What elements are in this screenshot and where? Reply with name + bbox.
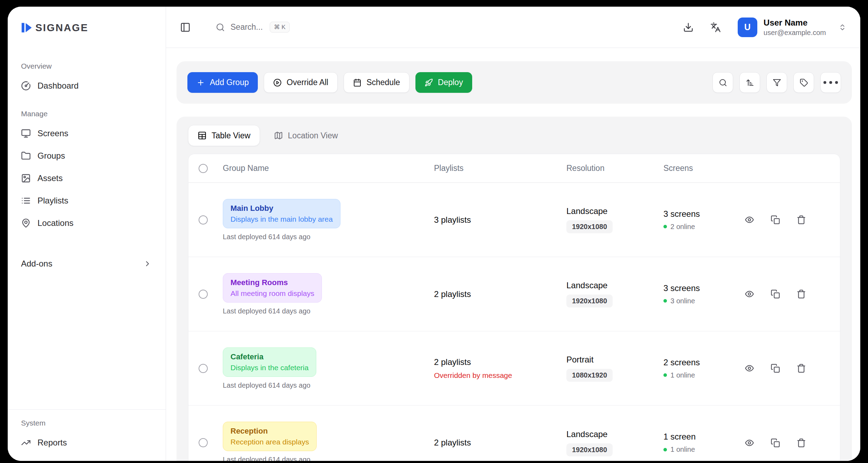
resolution-badge: 1080x1920 (566, 369, 613, 382)
online-status: 2 online (663, 223, 730, 231)
trash-icon (797, 364, 806, 373)
addons-label: Add-ons (21, 259, 52, 269)
row-checkbox[interactable] (199, 364, 208, 373)
sidebar-item-screens[interactable]: Screens (17, 123, 157, 144)
calendar-icon (353, 78, 361, 87)
select-all-checkbox[interactable] (199, 164, 208, 173)
sidebar: SIGNAGE Overview Dashboard Manage Screen… (8, 7, 166, 461)
section-label-system: System (17, 419, 157, 427)
folder-icon (21, 151, 31, 161)
duplicate-button[interactable] (771, 289, 780, 299)
panel-left-icon (180, 22, 191, 33)
sidebar-item-assets[interactable]: Assets (17, 168, 157, 189)
duplicate-button[interactable] (771, 438, 780, 448)
view-button[interactable] (745, 289, 754, 299)
sidebar-item-dashboard[interactable]: Dashboard (17, 75, 157, 96)
group-description: Reception area displays (230, 438, 309, 446)
delete-button[interactable] (797, 215, 806, 224)
add-group-button[interactable]: Add Group (187, 72, 258, 93)
duplicate-button[interactable] (771, 215, 780, 224)
tags-button[interactable] (793, 72, 814, 93)
groups-panel: Table View Location View Group Name Play… (177, 117, 852, 461)
last-deployed: Last deployed 614 days ago (223, 307, 310, 315)
view-button[interactable] (745, 438, 754, 448)
override-note: Overridden by message (434, 371, 559, 380)
group-badge[interactable]: Reception Reception area displays (223, 422, 317, 451)
user-email: user@example.com (764, 29, 826, 37)
brand-logo-icon (20, 21, 33, 34)
brand[interactable]: SIGNAGE (17, 21, 157, 34)
online-dot (663, 299, 667, 303)
online-status: 3 online (663, 297, 730, 305)
group-badge[interactable]: Main Lobby Displays in the main lobby ar… (223, 199, 340, 228)
schedule-button[interactable]: Schedule (344, 72, 409, 93)
app-window: SIGNAGE Overview Dashboard Manage Screen… (8, 7, 860, 461)
language-button[interactable] (710, 22, 721, 33)
table-row: Meeting Rooms All meeting room displays … (188, 257, 840, 331)
tab-location-view[interactable]: Location View (265, 125, 347, 146)
add-group-label: Add Group (210, 78, 249, 87)
map-icon (274, 131, 283, 140)
resolution-badge: 1920x1080 (566, 295, 613, 307)
groups-toolbar: Add Group Override All Schedule Deploy (177, 61, 852, 104)
tab-location-view-label: Location View (288, 131, 338, 140)
last-deployed: Last deployed 614 days ago (223, 233, 310, 241)
table-row: Cafeteria Displays in the cafeteria Last… (188, 331, 840, 406)
download-icon (683, 22, 694, 33)
group-badge[interactable]: Cafeteria Displays in the cafeteria (223, 347, 316, 377)
search-icon (719, 78, 727, 87)
online-dot (663, 225, 667, 228)
row-checkbox[interactable] (199, 438, 208, 447)
sidebar-item-label: Reports (37, 438, 67, 448)
filter-button[interactable] (766, 72, 787, 93)
group-description: Displays in the cafeteria (230, 364, 309, 372)
deploy-button[interactable]: Deploy (415, 72, 472, 93)
view-button[interactable] (745, 215, 754, 224)
user-name: User Name (764, 18, 826, 28)
download-button[interactable] (683, 22, 694, 33)
sidebar-item-locations[interactable]: Locations (17, 213, 157, 234)
avatar: U (738, 18, 757, 37)
screens-count: 1 screen (663, 432, 730, 442)
more-options-button[interactable] (820, 72, 841, 93)
online-status: 1 online (663, 445, 730, 454)
topbar-right: U User Name user@example.com (683, 18, 846, 37)
sidebar-item-reports[interactable]: Reports (17, 432, 157, 453)
delete-button[interactable] (797, 289, 806, 299)
table-search-button[interactable] (712, 72, 733, 93)
row-checkbox[interactable] (199, 215, 208, 224)
chevron-right-icon (143, 260, 152, 268)
search-input[interactable]: Search... ⌘ K (216, 22, 290, 33)
screens-count: 3 screens (663, 209, 730, 219)
group-description: All meeting room displays (230, 289, 314, 298)
main-area: Search... ⌘ K U User Name user@example.c… (166, 7, 860, 461)
filter-icon (773, 78, 781, 87)
delete-button[interactable] (797, 438, 806, 448)
override-all-label: Override All (287, 78, 328, 87)
sidebar-item-playlists[interactable]: Playlists (17, 190, 157, 211)
delete-button[interactable] (797, 364, 806, 373)
column-screens: Screens (663, 164, 737, 173)
screens-count: 2 screens (663, 358, 730, 367)
online-dot (663, 448, 667, 451)
sort-button[interactable] (739, 72, 760, 93)
search-shortcut-badge: ⌘ K (270, 22, 290, 33)
sidebar-item-label: Locations (37, 218, 74, 228)
tab-table-view[interactable]: Table View (188, 125, 260, 146)
duplicate-button[interactable] (771, 364, 780, 373)
group-name: Cafeteria (230, 352, 309, 361)
languages-icon (710, 22, 721, 33)
override-all-button[interactable]: Override All (264, 72, 338, 93)
sidebar-item-addons[interactable]: Add-ons (17, 253, 157, 274)
row-checkbox[interactable] (199, 290, 208, 299)
online-status: 1 online (663, 371, 730, 379)
view-button[interactable] (745, 364, 754, 373)
orientation: Portrait (566, 355, 656, 365)
copy-icon (771, 289, 780, 299)
resolution-badge: 1920x1080 (566, 220, 613, 233)
sidebar-item-groups[interactable]: Groups (17, 145, 157, 166)
group-badge[interactable]: Meeting Rooms All meeting room displays (223, 273, 322, 303)
eye-icon (745, 289, 754, 299)
user-menu-button[interactable]: U User Name user@example.com (738, 18, 846, 37)
sidebar-toggle-button[interactable] (180, 22, 191, 33)
